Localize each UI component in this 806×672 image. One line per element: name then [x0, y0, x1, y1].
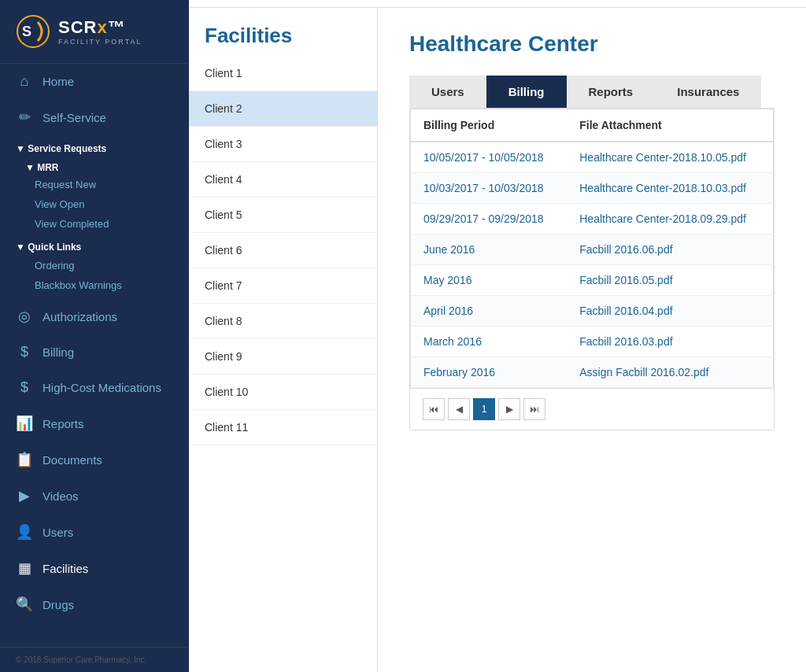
- service-requests-label: ▼ Service Requests: [0, 135, 189, 157]
- billing-period-cell: 10/05/2017 - 10/05/2018: [411, 142, 568, 173]
- col-file-attachment: File Attachment: [567, 109, 773, 142]
- content-area: Facilities Client 1Client 2Client 3Clien…: [189, 8, 806, 672]
- mrr-label: ▼ MRR: [0, 157, 189, 175]
- billing-period-cell: February 2016: [411, 357, 568, 388]
- page-first-btn[interactable]: ⏮: [423, 398, 445, 420]
- sidebar: S SCRx™ FACILITY PORTAL ⌂ Home ✏ Self-Se…: [0, 0, 189, 672]
- sidebar-item-self-service[interactable]: ✏ Self-Service: [0, 99, 189, 135]
- documents-icon: 📋: [16, 451, 33, 468]
- sidebar-item-videos[interactable]: ▶ Videos: [0, 478, 189, 514]
- reports-icon: 📊: [16, 415, 33, 432]
- page-title-area: Facilities: [189, 8, 377, 56]
- logo-scrx: SCRx™: [58, 17, 142, 38]
- billing-period-cell: April 2016: [411, 296, 568, 327]
- billing-table-container: Billing Period File Attachment 10/05/201…: [409, 108, 775, 430]
- table-row: 10/05/2017 - 10/05/2018Healthcare Center…: [411, 142, 774, 173]
- client-item-11[interactable]: Client 11: [189, 410, 377, 445]
- facilities-icon: ▦: [16, 559, 33, 577]
- sidebar-item-billing[interactable]: $ Billing: [0, 334, 189, 370]
- page-last-btn[interactable]: ⏭: [523, 398, 545, 420]
- file-attachment-cell: Facbill 2016.04.pdf: [567, 296, 773, 327]
- high-cost-icon: $: [16, 379, 33, 396]
- client-item-10[interactable]: Client 10: [189, 375, 377, 410]
- tabs: Users Billing Reports Insurances: [409, 76, 775, 108]
- authorizations-icon: ◎: [16, 308, 33, 325]
- billing-table: Billing Period File Attachment 10/05/201…: [410, 109, 774, 388]
- sidebar-item-drugs[interactable]: 🔍 Drugs: [0, 586, 189, 622]
- client-item-4[interactable]: Client 4: [189, 162, 377, 198]
- file-attachment-cell: Healthcare Center-2018.10.05.pdf: [567, 142, 773, 173]
- tab-billing[interactable]: Billing: [486, 76, 567, 108]
- client-item-3[interactable]: Client 3: [189, 127, 377, 162]
- page-next-btn[interactable]: ▶: [498, 398, 520, 420]
- file-attachment-cell: Facbill 2016.05.pdf: [567, 265, 773, 296]
- client-item-6[interactable]: Client 6: [189, 233, 377, 268]
- table-row: June 2016Facbill 2016.06.pdf: [411, 234, 774, 265]
- edit-icon: ✏: [16, 109, 33, 126]
- table-row: May 2016Facbill 2016.05.pdf: [411, 265, 774, 296]
- users-icon: 👤: [16, 523, 33, 541]
- page-1-btn[interactable]: 1: [473, 398, 495, 420]
- sidebar-item-authorizations[interactable]: ◎ Authorizations: [0, 298, 189, 334]
- client-item-9[interactable]: Client 9: [189, 339, 377, 375]
- client-list-panel: Facilities Client 1Client 2Client 3Clien…: [189, 8, 378, 672]
- table-row: 10/03/2017 - 10/03/2018Healthcare Center…: [411, 173, 774, 204]
- table-row: April 2016Facbill 2016.04.pdf: [411, 296, 774, 327]
- billing-period-cell: June 2016: [411, 234, 568, 265]
- sidebar-item-reports[interactable]: 📊 Reports: [0, 405, 189, 441]
- page-title: Facilities: [205, 24, 361, 48]
- billing-period-cell: 09/29/2017 - 09/29/2018: [411, 204, 568, 234]
- quick-link-ordering[interactable]: Ordering: [0, 256, 189, 275]
- mrr-request-new[interactable]: Request New: [0, 175, 189, 194]
- mrr-view-open[interactable]: View Open: [0, 194, 189, 214]
- drugs-icon: 🔍: [16, 596, 33, 613]
- file-attachment-cell: Facbill 2016.03.pdf: [567, 327, 773, 357]
- quick-links-label: ▼ Quick Links: [0, 234, 189, 256]
- sidebar-item-facilities[interactable]: ▦ Facilities: [0, 550, 189, 586]
- sidebar-footer: © 2018 Superior Care Pharmacy, Inc.: [0, 647, 189, 672]
- sidebar-item-home[interactable]: ⌂ Home: [0, 64, 189, 99]
- logo: S SCRx™ FACILITY PORTAL: [0, 0, 189, 64]
- billing-period-cell: 10/03/2017 - 10/03/2018: [411, 173, 568, 204]
- main-content: Facilities Client 1Client 2Client 3Clien…: [189, 0, 806, 672]
- billing-icon: $: [16, 344, 33, 360]
- client-item-7[interactable]: Client 7: [189, 268, 377, 304]
- col-billing-period: Billing Period: [411, 109, 568, 142]
- svg-text:S: S: [22, 24, 31, 39]
- sidebar-item-users[interactable]: 👤 Users: [0, 514, 189, 550]
- page-prev-btn[interactable]: ◀: [448, 398, 470, 420]
- tab-users[interactable]: Users: [409, 76, 486, 108]
- client-list: Client 1Client 2Client 3Client 4Client 5…: [189, 56, 377, 672]
- videos-icon: ▶: [16, 487, 33, 504]
- client-item-5[interactable]: Client 5: [189, 198, 377, 233]
- mrr-view-completed[interactable]: View Completed: [0, 214, 189, 234]
- billing-period-cell: May 2016: [411, 265, 568, 296]
- file-attachment-cell: Facbill 2016.06.pdf: [567, 234, 773, 265]
- sidebar-item-high-cost[interactable]: $ High-Cost Medications: [0, 370, 189, 405]
- client-item-2[interactable]: Client 2: [189, 91, 377, 127]
- detail-panel: Healthcare Center Users Billing Reports …: [378, 8, 806, 672]
- client-item-8[interactable]: Client 8: [189, 304, 377, 339]
- sidebar-item-documents[interactable]: 📋 Documents: [0, 441, 189, 478]
- billing-period-cell: March 2016: [411, 327, 568, 357]
- tab-reports[interactable]: Reports: [567, 76, 656, 108]
- detail-title: Healthcare Center: [409, 31, 775, 57]
- top-bar: [189, 0, 806, 8]
- billing-table-body: 10/05/2017 - 10/05/2018Healthcare Center…: [411, 142, 774, 388]
- pagination: ⏮ ◀ 1 ▶ ⏭: [410, 388, 774, 430]
- file-attachment-cell: Healthcare Center-2018.09.29.pdf: [567, 204, 773, 234]
- home-icon: ⌂: [16, 73, 33, 90]
- table-row: March 2016Facbill 2016.03.pdf: [411, 327, 774, 357]
- tab-insurances[interactable]: Insurances: [655, 76, 761, 108]
- client-item-1[interactable]: Client 1: [189, 56, 377, 91]
- file-attachment-cell: Assign Facbill 2016.02.pdf: [567, 357, 773, 388]
- file-attachment-cell: Healthcare Center-2018.10.03.pdf: [567, 173, 773, 204]
- table-row: February 2016Assign Facbill 2016.02.pdf: [411, 357, 774, 388]
- quick-link-blackbox[interactable]: Blackbox Warnings: [0, 275, 189, 295]
- logo-subtitle: FACILITY PORTAL: [58, 38, 142, 46]
- table-row: 09/29/2017 - 09/29/2018Healthcare Center…: [411, 204, 774, 234]
